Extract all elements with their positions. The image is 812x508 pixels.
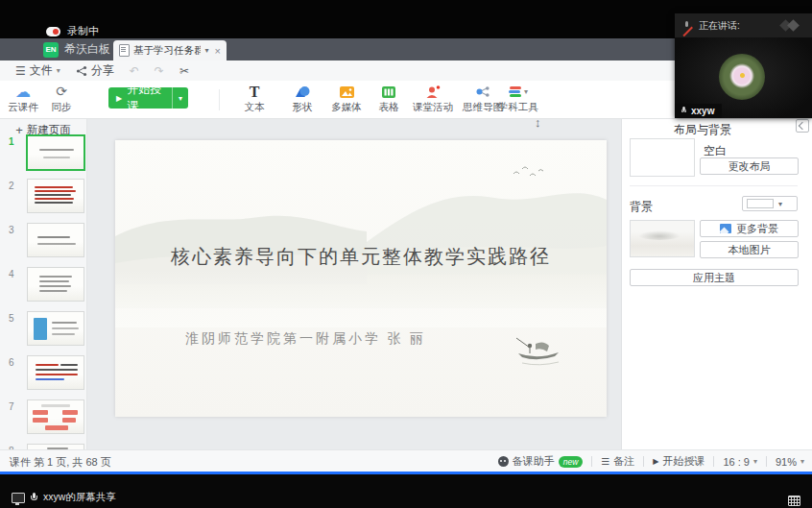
thumb-line <box>36 378 64 380</box>
zoom-caret-icon: ▾ <box>800 457 804 466</box>
local-image-button[interactable]: 本地图片 <box>700 241 799 258</box>
slide-number: 2 <box>9 181 21 191</box>
mic-icon <box>31 493 37 503</box>
background-label: 背景 <box>630 199 653 215</box>
slide-thumbnail-1[interactable] <box>26 134 85 171</box>
cloud-icon: ☁ <box>15 85 31 99</box>
mic-icon <box>681 107 687 115</box>
notes-button[interactable]: ☰ 备注 <box>601 454 634 469</box>
start-teaching-dropdown[interactable]: ▾ <box>172 87 188 109</box>
thumb-line <box>39 280 69 282</box>
slide-thumbnail-5[interactable] <box>27 311 84 346</box>
undo-button[interactable]: ↶ <box>130 64 139 78</box>
mic-muted-icon <box>682 20 690 32</box>
panel-header: 布局与背景 <box>622 122 783 138</box>
slide-subtitle[interactable]: 淮阴师范学院第一附属小学 张 丽 <box>115 330 607 348</box>
zoom-select[interactable]: 91% ▾ <box>776 456 804 468</box>
media-tool-button[interactable]: 多媒体 <box>325 84 368 116</box>
thumb-line <box>37 236 70 238</box>
tab-close-icon[interactable]: × <box>215 45 221 57</box>
background-color-select[interactable]: ▾ <box>742 196 798 211</box>
thumb-line <box>62 418 76 423</box>
shape-icon <box>295 85 310 99</box>
screen-share-indicator: xxyw的屏幕共享 <box>12 491 116 504</box>
system-bottom-bar: xxyw的屏幕共享 <box>0 474 812 508</box>
slide-canvas[interactable]: 核心素养导向下的单元整体教学实践路径 淮阴师范学院第一附属小学 张 丽 <box>115 140 607 417</box>
document-tab-title: 基于学习任务群的大单元教学... <box>133 44 201 58</box>
sync-label: 同步 <box>40 101 83 114</box>
media-tool-label: 多媒体 <box>325 101 368 114</box>
class-activity-button[interactable]: 课堂活动 <box>408 84 458 116</box>
share-menu[interactable]: 分享 <box>76 62 114 79</box>
shape-tool-label: 形状 <box>281 101 323 114</box>
slide-title[interactable]: 核心素养导向下的单元整体教学实践路径 <box>115 244 607 270</box>
file-menu[interactable]: ☰ 文件 ▾ <box>15 62 60 79</box>
thumb-line <box>43 157 70 158</box>
meeting-logo-icon <box>777 18 806 34</box>
thumb-line <box>52 333 75 335</box>
thumb-line <box>35 194 71 196</box>
subject-tools-caret-icon: ▾ <box>524 87 528 96</box>
thumb-line <box>39 290 67 292</box>
sync-button[interactable]: ⟳ 同步 <box>40 84 83 116</box>
cloud-courseware-button[interactable]: ☁ 云课件 <box>2 84 44 116</box>
document-icon <box>119 44 130 57</box>
document-tab[interactable]: 基于学习任务群的大单元教学... ▾ × <box>113 40 227 60</box>
class-activity-icon <box>425 85 441 99</box>
text-tool-button[interactable]: T 文本 <box>233 84 275 116</box>
app-logo: EN <box>43 42 59 58</box>
slide-thumbnail-6[interactable] <box>27 355 84 390</box>
thumb-line <box>37 243 76 245</box>
thumb-line <box>35 190 76 192</box>
tab-caret-icon[interactable]: ▾ <box>205 46 209 55</box>
zoom-value: 91% <box>776 456 797 468</box>
panel-divider <box>630 185 798 186</box>
background-preview-thumbnail[interactable] <box>630 220 695 257</box>
thumb-line <box>39 285 71 287</box>
slide-thumbnail-2[interactable] <box>27 179 84 213</box>
image-icon <box>720 224 731 233</box>
apply-theme-button[interactable]: 应用主题 <box>630 269 799 286</box>
shape-tool-button[interactable]: 形状 <box>281 84 323 116</box>
video-call-overlay[interactable]: 正在讲话: xxyw <box>675 13 812 118</box>
lesson-assistant-button[interactable]: 备课助手 new <box>498 454 584 469</box>
slide-thumbnail-4[interactable] <box>27 267 84 302</box>
class-activity-label: 课堂活动 <box>408 101 458 114</box>
hamburger-icon: ☰ <box>15 64 26 78</box>
thumb-line <box>41 404 70 407</box>
text-icon: T <box>250 84 260 101</box>
play-icon: ▶ <box>653 457 658 466</box>
start-teaching-button[interactable]: ▶ 开始授课 ▾ <box>108 87 188 109</box>
file-menu-label: 文件 <box>30 62 53 79</box>
change-layout-button[interactable]: 更改布局 <box>700 157 799 175</box>
table-tool-button[interactable]: 表格 <box>368 84 410 116</box>
speaking-label: 正在讲话: <box>699 19 777 33</box>
slide-panel: + 新建页面 1 2 3 <box>0 119 87 449</box>
start-teaching-label: 开始授课 <box>127 82 172 114</box>
play-icon: ▶ <box>116 94 122 103</box>
redo-button[interactable]: ↷ <box>155 64 164 78</box>
aspect-ratio-select[interactable]: 16 : 9 ▾ <box>723 456 757 468</box>
call-user-name: xxyw <box>691 106 714 116</box>
slide-number: 1 <box>9 136 21 147</box>
panel-collapse-icon[interactable] <box>796 119 809 133</box>
thumb-art <box>28 356 84 389</box>
subject-tools-button[interactable]: ▾ 学科工具 <box>491 84 545 116</box>
slide-number: 6 <box>9 357 21 368</box>
thumb-art <box>28 224 84 256</box>
more-backgrounds-button[interactable]: 更多背景 <box>700 220 799 237</box>
subject-tools-label: 学科工具 <box>491 101 545 114</box>
grid-icon[interactable] <box>788 496 800 506</box>
thumb-line <box>36 364 59 366</box>
blank-layout-thumbnail[interactable] <box>630 138 695 177</box>
slide-thumbnail-3[interactable] <box>27 223 84 257</box>
thumb-art <box>28 136 84 169</box>
slide-thumbnail-7[interactable] <box>27 399 84 434</box>
toolbar-divider <box>219 89 220 110</box>
file-caret-icon: ▾ <box>57 66 60 75</box>
cut-button[interactable]: ✂ <box>179 64 189 78</box>
sync-icon: ⟳ <box>56 85 67 99</box>
start-teaching-status-button[interactable]: ▶ 开始授课 <box>653 454 705 469</box>
mindmap-icon <box>475 85 490 98</box>
slide-number: 3 <box>9 225 21 235</box>
